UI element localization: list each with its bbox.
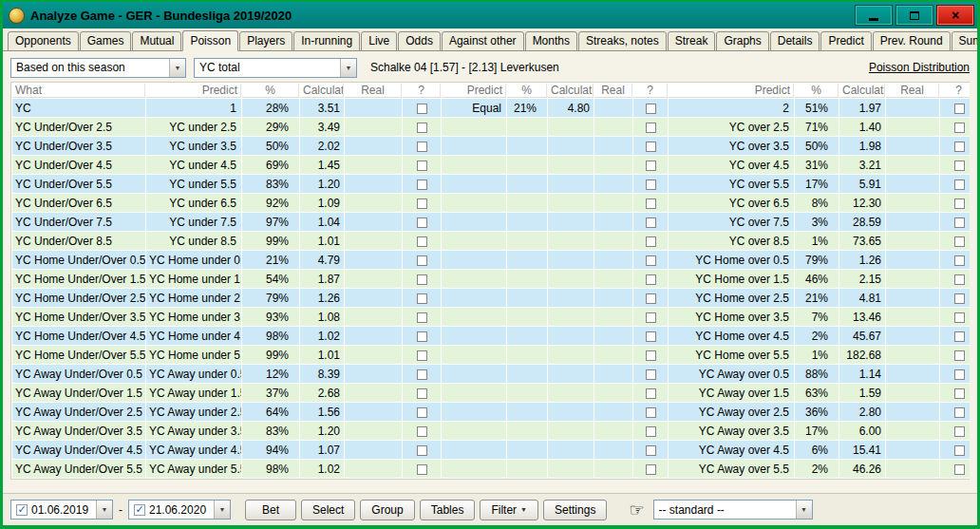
season-select[interactable]: Based on this season ▼ (10, 58, 186, 78)
tab-streaks-notes[interactable]: Streaks, notes (578, 31, 667, 51)
question-checkbox[interactable] (646, 274, 656, 285)
tab-prev-round[interactable]: Prev. Round (873, 31, 951, 51)
question-checkbox[interactable] (954, 198, 965, 209)
question-checkbox[interactable] (417, 388, 427, 399)
question-checkbox[interactable] (646, 161, 656, 171)
question-checkbox[interactable] (646, 255, 656, 266)
cell-real (886, 118, 939, 136)
question-checkbox[interactable] (646, 123, 656, 133)
settings-button[interactable]: Settings (543, 500, 607, 520)
tab-details[interactable]: Details (770, 31, 820, 51)
close-button[interactable]: × (936, 5, 974, 26)
tab-predict[interactable]: Predict (820, 31, 871, 51)
question-checkbox[interactable] (417, 255, 427, 266)
question-checkbox[interactable] (417, 142, 427, 152)
question-checkbox[interactable] (417, 426, 427, 437)
question-checkbox[interactable] (954, 369, 965, 380)
question-checkbox[interactable] (417, 217, 427, 228)
question-checkbox[interactable] (646, 350, 656, 361)
question-checkbox[interactable] (954, 331, 965, 342)
tab-poisson[interactable]: Poisson (182, 30, 238, 51)
tab-mutual[interactable]: Mutual (132, 31, 181, 51)
question-checkbox[interactable] (646, 217, 656, 228)
select-button[interactable]: Select (301, 500, 355, 520)
preset-select[interactable]: -- standard -- ▼ (653, 500, 813, 520)
stat-type-select[interactable]: YC total ▼ (194, 58, 357, 78)
question-checkbox[interactable] (417, 274, 427, 285)
date-from-checkbox[interactable]: ✓ (16, 504, 28, 516)
question-checkbox[interactable] (417, 312, 427, 323)
cell-question (403, 213, 441, 231)
question-checkbox[interactable] (417, 161, 427, 171)
group-button[interactable]: Group (360, 500, 414, 520)
cell-calculation (548, 460, 594, 478)
date-to-select[interactable]: ✓ 21.06.2020 ▼ (128, 500, 231, 520)
question-checkbox[interactable] (646, 293, 656, 304)
question-checkbox[interactable] (646, 331, 656, 342)
question-checkbox[interactable] (954, 407, 965, 418)
maximize-button[interactable] (895, 5, 933, 26)
question-checkbox[interactable] (646, 236, 656, 247)
tab-months[interactable]: Months (525, 31, 577, 51)
tab-players[interactable]: Players (239, 31, 292, 51)
date-to-checkbox[interactable]: ✓ (134, 504, 145, 516)
tab-graphs[interactable]: Graphs (716, 31, 768, 51)
question-checkbox[interactable] (954, 388, 965, 399)
question-checkbox[interactable] (646, 198, 656, 209)
question-checkbox[interactable] (417, 179, 427, 190)
question-checkbox[interactable] (954, 123, 965, 133)
tab-against-other[interactable]: Against other (442, 31, 524, 51)
question-checkbox[interactable] (954, 350, 965, 361)
question-checkbox[interactable] (417, 445, 427, 456)
question-checkbox[interactable] (417, 464, 427, 475)
question-checkbox[interactable] (417, 293, 427, 304)
poisson-distribution-link[interactable]: Poisson Distribution (869, 61, 970, 74)
tab-streak[interactable]: Streak (668, 31, 716, 51)
question-checkbox[interactable] (646, 407, 656, 418)
question-checkbox[interactable] (954, 293, 965, 304)
question-checkbox[interactable] (954, 217, 965, 228)
question-checkbox[interactable] (646, 445, 656, 456)
question-checkbox[interactable] (646, 312, 656, 323)
question-checkbox[interactable] (646, 179, 656, 190)
question-checkbox[interactable] (417, 104, 427, 114)
tab-games[interactable]: Games (80, 31, 132, 51)
tab-opponents[interactable]: Opponents (8, 31, 79, 51)
pointing-hand-icon[interactable]: ☞ (629, 501, 644, 519)
question-checkbox[interactable] (646, 426, 656, 437)
question-checkbox[interactable] (954, 255, 965, 266)
question-checkbox[interactable] (417, 350, 427, 361)
question-checkbox[interactable] (954, 104, 965, 114)
tab-summary[interactable]: Summary (952, 31, 980, 51)
date-from-select[interactable]: ✓ 01.06.2019 ▼ (10, 500, 113, 520)
bet-button[interactable]: Bet (245, 500, 296, 520)
minimize-button[interactable] (855, 5, 893, 26)
question-checkbox[interactable] (646, 464, 656, 475)
filter-button[interactable]: Filter▼ (480, 500, 538, 520)
tables-button[interactable]: Tables (420, 500, 476, 520)
question-checkbox[interactable] (954, 312, 965, 323)
question-checkbox[interactable] (954, 426, 965, 437)
question-checkbox[interactable] (417, 236, 427, 247)
tab-live[interactable]: Live (361, 31, 397, 51)
question-checkbox[interactable] (646, 388, 656, 399)
cell-real (594, 289, 632, 307)
question-checkbox[interactable] (954, 179, 965, 190)
question-checkbox[interactable] (646, 104, 656, 114)
table-row: YC Home Under/Over 1.5YC Home under 1.55… (12, 270, 970, 288)
question-checkbox[interactable] (417, 369, 427, 380)
question-checkbox[interactable] (646, 369, 656, 380)
question-checkbox[interactable] (954, 142, 965, 152)
tab-in-running[interactable]: In-running (293, 31, 360, 51)
question-checkbox[interactable] (417, 198, 427, 209)
question-checkbox[interactable] (954, 274, 965, 285)
question-checkbox[interactable] (417, 123, 427, 133)
question-checkbox[interactable] (954, 464, 965, 475)
question-checkbox[interactable] (417, 331, 427, 342)
question-checkbox[interactable] (954, 236, 965, 247)
tab-odds[interactable]: Odds (398, 31, 441, 51)
question-checkbox[interactable] (417, 407, 427, 418)
question-checkbox[interactable] (954, 161, 965, 171)
question-checkbox[interactable] (646, 142, 656, 152)
question-checkbox[interactable] (954, 445, 965, 456)
